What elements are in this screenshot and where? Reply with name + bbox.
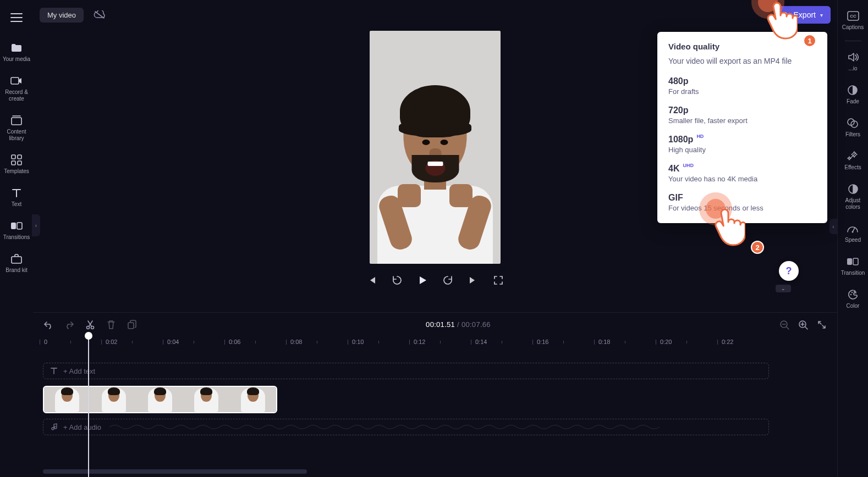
export-panel-subheading: Your video will export as an MP4 file [668,57,816,65]
export-panel-heading: Video quality [668,42,816,51]
svg-rect-11 [128,323,134,329]
split-button[interactable] [85,319,96,330]
current-time: 00:01.51 [426,320,455,329]
transitions-icon [10,220,23,232]
library-icon [10,114,23,126]
sidebar-item-fade[interactable]: Fade [845,80,860,109]
zoom-in-button[interactable] [798,319,809,330]
text-track-label: + Add text [63,367,95,375]
sidebar-item-transition[interactable]: Transition [840,251,866,281]
export-option-4k[interactable]: 4KUHD Your video has no 4K media [668,159,816,188]
left-sidebar: Your media Record & create Content libra… [0,0,33,477]
sidebar-item-effects[interactable]: Effects [843,146,862,175]
sidebar-item-text[interactable]: Text [9,184,24,211]
timeline-horizontal-scrollbar[interactable] [43,469,782,474]
export-option-720p[interactable]: 720p Smaller file, faster export [668,101,816,130]
export-quality-panel: Video quality Your video will export as … [657,32,827,223]
main-area: My video Export ▾ [33,0,837,477]
timeline-toolbar: 00:01.51 / 00:07.66 [33,312,837,336]
captions-icon: CC [847,10,859,22]
text-icon [10,187,23,199]
sidebar-item-speed[interactable]: Speed [844,218,862,248]
cloud-sync-icon [94,10,106,19]
sidebar-item-content-library[interactable]: Content library [0,111,33,145]
sidebar-item-transitions[interactable]: Transitions [2,217,31,244]
sidebar-label: Templates [4,168,29,175]
sidebar-item-filters[interactable]: Filters [844,113,861,142]
svg-rect-21 [847,258,852,265]
right-sidebar: CC Captions ...io Fade Filters Effects A… [837,0,868,477]
fullscreen-button[interactable] [492,274,505,287]
collapse-right-panel[interactable]: ‹ [829,219,837,234]
sidebar-item-audio[interactable]: ...io [846,47,860,76]
sidebar-label: Record & create [1,89,32,102]
rewind-button[interactable] [391,274,404,287]
export-button[interactable]: Export ▾ [774,6,831,24]
brand-kit-icon [10,253,23,265]
skip-back-button[interactable] [365,274,378,287]
sidebar-item-templates[interactable]: Templates [3,151,30,178]
undo-button[interactable] [43,319,54,330]
timeline-tracks: + Add text + Add audio [33,351,837,477]
svg-rect-0 [11,77,19,84]
skip-forward-button[interactable] [466,274,480,287]
svg-rect-22 [853,258,858,265]
video-title[interactable]: My video [40,8,84,23]
svg-rect-7 [17,223,22,229]
svg-rect-5 [18,161,21,165]
effects-icon [847,150,859,162]
svg-point-23 [850,294,851,295]
upload-icon [782,11,789,19]
collapse-panel-chevron[interactable]: ⌄ [776,285,791,292]
media-icon [10,42,23,54]
sidebar-label: Content library [1,129,32,142]
play-button[interactable] [416,274,429,287]
sidebar-label: Text [12,201,21,208]
export-option-gif[interactable]: GIF For videos 15 seconds or less [668,188,816,218]
video-preview[interactable] [370,31,501,264]
filters-icon [847,117,859,129]
text-track-placeholder[interactable]: + Add text [43,363,769,379]
forward-button[interactable] [441,274,454,287]
sidebar-label: Brand kit [6,267,27,274]
svg-rect-4 [12,161,15,165]
waveform-icon [109,423,660,431]
audio-track-placeholder[interactable]: + Add audio [43,419,769,435]
help-button[interactable]: ? [779,261,799,281]
svg-text:CC: CC [850,14,856,19]
sidebar-label: Transitions [3,234,30,241]
sidebar-label: Your media [3,56,30,63]
fade-icon [847,84,859,96]
sidebar-item-brand-kit[interactable]: Brand kit [4,249,28,277]
export-option-480p[interactable]: 480p For drafts [668,72,816,101]
svg-rect-6 [11,223,16,229]
svg-rect-8 [12,257,21,263]
sidebar-item-record-create[interactable]: Record & create [0,71,33,106]
time-sep: / [455,320,462,329]
sidebar-item-color[interactable]: Color [845,284,861,314]
duplicate-button[interactable] [127,319,138,330]
timecode-display: 00:01.51 / 00:07.66 [426,320,491,329]
playback-controls [365,274,505,287]
export-option-1080p[interactable]: 1080pHD High quality [668,130,816,159]
fit-timeline-button[interactable] [816,319,827,330]
sidebar-item-captions[interactable]: CC Captions [841,5,865,35]
top-bar: My video Export ▾ [33,0,837,30]
svg-point-20 [852,231,854,233]
sidebar-item-your-media[interactable]: Your media [2,38,31,66]
sidebar-item-adjust-colors[interactable]: Adjust colors [838,179,868,215]
svg-point-25 [853,291,854,292]
music-note-icon [50,423,58,431]
timeline-ruler[interactable]: 0 0:02 0:04 0:06 0:08 0:10 0:12 0:14 0:1… [33,336,837,351]
playhead[interactable] [88,334,89,477]
hamburger-menu[interactable] [8,9,25,26]
delete-button[interactable] [106,319,117,330]
speed-icon [847,223,859,235]
zoom-out-button[interactable] [779,319,790,330]
svg-rect-1 [12,118,21,125]
redo-button[interactable] [64,319,75,330]
audio-icon [847,51,859,63]
audio-track-label: + Add audio [63,423,101,431]
svg-rect-3 [18,155,21,159]
video-clip[interactable] [43,386,277,413]
